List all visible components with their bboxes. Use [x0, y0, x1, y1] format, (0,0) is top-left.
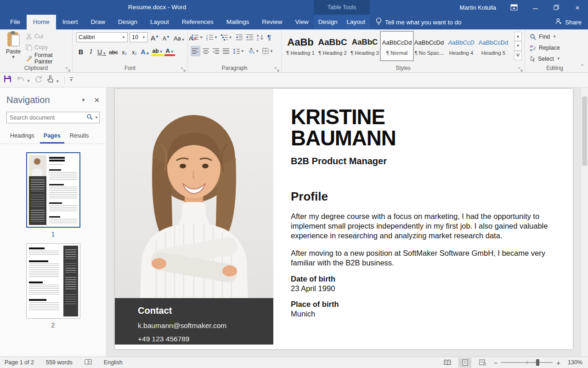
align-center-button[interactable] — [202, 46, 210, 56]
decrease-indent-button[interactable] — [235, 32, 244, 42]
style-no-spacing[interactable]: AaBbCcDd ¶ No Spac... — [413, 32, 445, 60]
align-right-button[interactable] — [212, 46, 220, 56]
undo-button[interactable]: ▼ — [16, 76, 30, 84]
select-button[interactable]: Select▼ — [530, 54, 560, 63]
format-painter-button[interactable]: Format Painter — [26, 54, 72, 63]
undo-dropdown-caret[interactable]: ▼ — [26, 79, 30, 83]
clipboard-dialog-launcher-icon[interactable] — [66, 66, 71, 71]
zoom-in-icon[interactable]: + — [556, 359, 560, 367]
style-normal[interactable]: AaBbCcDd ¶ Normal — [381, 32, 413, 60]
language-indicator[interactable]: English — [104, 359, 123, 366]
strikethrough-button[interactable]: abc — [108, 46, 119, 56]
minimize-button[interactable] — [525, 0, 546, 15]
collapse-ribbon-icon[interactable]: ⌃ — [580, 63, 584, 69]
tab-file[interactable]: File — [4, 15, 27, 29]
redo-button[interactable] — [35, 75, 42, 84]
change-case-button[interactable]: Aa▼ — [173, 32, 186, 42]
paragraph-dialog-launcher-icon[interactable] — [275, 66, 280, 71]
tab-layout[interactable]: Layout — [144, 15, 175, 29]
page-thumbnail-1[interactable]: 1 — [0, 152, 106, 238]
shrink-font-button[interactable]: A▼ — [162, 32, 171, 42]
style-heading5[interactable]: AaBbCcDd Heading 5 — [477, 32, 509, 60]
tab-view[interactable]: View — [288, 15, 315, 29]
styles-scroll-down-icon[interactable]: ▼ — [514, 41, 522, 51]
print-layout-icon[interactable] — [458, 358, 471, 368]
tab-mailings[interactable]: Mailings — [220, 15, 256, 29]
nav-tab-results[interactable]: Results — [66, 131, 93, 144]
tab-home[interactable]: Home — [27, 15, 56, 29]
tab-table-layout[interactable]: Layout — [344, 15, 368, 29]
nav-tab-pages[interactable]: Pages — [40, 131, 64, 144]
zoom-out-icon[interactable]: − — [493, 359, 498, 367]
bullets-button[interactable]: ▼ — [191, 32, 204, 42]
multilevel-list-button[interactable]: ▼ — [220, 32, 233, 42]
word-count[interactable]: 559 words — [46, 359, 73, 366]
line-spacing-button[interactable]: ▼ — [232, 46, 245, 56]
save-button[interactable] — [4, 75, 11, 85]
close-icon[interactable]: × — [567, 0, 588, 15]
zoom-slider-thumb[interactable] — [536, 359, 539, 366]
numbering-button[interactable]: 123▼ — [205, 32, 219, 42]
ribbon-display-options-icon[interactable] — [503, 0, 525, 15]
web-layout-icon[interactable] — [476, 358, 489, 368]
search-input[interactable] — [7, 115, 86, 121]
signed-in-user[interactable]: Martin Kotulla — [460, 4, 496, 11]
search-icon[interactable] — [86, 114, 93, 122]
copy-button[interactable]: Copy — [26, 43, 72, 52]
italic-button[interactable]: I — [86, 46, 96, 56]
font-name-combo[interactable]: Calibri▼ — [76, 32, 128, 42]
customize-qat-icon[interactable]: ▼ — [69, 77, 74, 82]
increase-indent-button[interactable] — [245, 32, 254, 42]
style-heading3[interactable]: AaBbC ¶ Heading 3 — [349, 32, 381, 60]
page-indicator[interactable]: Page 1 of 2 — [5, 359, 34, 366]
tell-me-box[interactable]: Tell me what you want to do — [376, 15, 462, 29]
subscript-button[interactable]: x2 — [119, 46, 129, 56]
restore-button[interactable] — [546, 0, 567, 15]
nav-tab-headings[interactable]: Headings — [6, 131, 38, 144]
styles-dialog-launcher-icon[interactable] — [518, 66, 523, 71]
underline-button[interactable]: U▼ — [96, 46, 107, 56]
search-options-caret[interactable]: ▼ — [95, 115, 98, 120]
paste-dropdown-caret[interactable]: ▼ — [3, 55, 24, 59]
styles-gallery-more-icon[interactable]: ▼ — [514, 51, 522, 60]
zoom-percentage[interactable]: 130% — [565, 359, 582, 366]
navigation-close-icon[interactable]: ✕ — [94, 96, 100, 104]
styles-scroll-up-icon[interactable]: ▲ — [514, 32, 522, 41]
document-canvas[interactable]: Contact k.baumann@softmaker.com +49 123 … — [107, 87, 581, 356]
bold-button[interactable]: B — [76, 46, 85, 56]
borders-button[interactable]: ▼ — [261, 46, 274, 56]
tab-references[interactable]: References — [175, 15, 220, 29]
touch-mode-button[interactable]: ▼ — [47, 75, 59, 85]
read-mode-icon[interactable] — [441, 358, 454, 368]
superscript-button[interactable]: x2 — [130, 46, 139, 56]
tab-design[interactable]: Design — [112, 15, 144, 29]
grow-font-button[interactable]: A▲ — [150, 32, 160, 42]
justify-button[interactable] — [222, 46, 231, 56]
align-left-button[interactable] — [191, 46, 200, 56]
shading-button[interactable]: ▼ — [247, 46, 260, 56]
tab-draw[interactable]: Draw — [85, 15, 112, 29]
find-button[interactable]: Find▼ — [530, 32, 560, 41]
style-heading4[interactable]: AaBbCcD Heading 4 — [445, 32, 477, 60]
sort-button[interactable]: AZ — [256, 32, 265, 42]
navigation-options-caret[interactable]: ▼ — [81, 98, 86, 103]
vertical-scrollbar[interactable] — [581, 87, 588, 356]
scrollbar-thumb[interactable] — [582, 97, 587, 166]
zoom-slider[interactable]: − + — [493, 359, 560, 367]
page-thumbnail-2[interactable]: 2 — [0, 243, 106, 329]
text-effects-button[interactable]: A▼ — [140, 46, 150, 56]
style-heading2[interactable]: AaBbC ¶ Heading 2 — [317, 32, 349, 60]
show-hide-marks-button[interactable]: ¶ — [266, 32, 272, 42]
tab-table-design[interactable]: Design — [316, 15, 340, 29]
font-color-button[interactable]: A▼ — [164, 46, 175, 56]
share-button[interactable]: Share — [555, 15, 582, 29]
cut-button[interactable]: Cut — [26, 32, 72, 40]
proofing-status-icon[interactable] — [85, 359, 92, 367]
document-page-1[interactable]: Contact k.baumann@softmaker.com +49 123 … — [115, 89, 573, 349]
tab-review[interactable]: Review — [255, 15, 288, 29]
tab-insert[interactable]: Insert — [56, 15, 85, 29]
font-size-combo[interactable]: 10▼ — [130, 32, 148, 42]
touch-mode-caret[interactable]: ▼ — [56, 79, 60, 84]
style-heading1[interactable]: AaBb ¶ Heading 1 — [284, 32, 317, 60]
paste-button[interactable]: Paste ▼ — [3, 31, 24, 63]
